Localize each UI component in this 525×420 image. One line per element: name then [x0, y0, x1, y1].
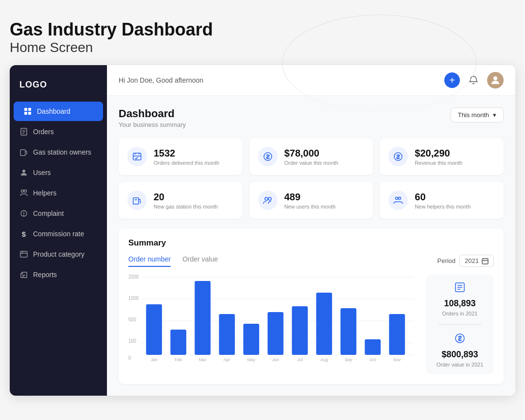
svg-text:500: 500: [128, 317, 137, 322]
stat-value: 1532: [154, 148, 219, 159]
svg-rect-38: [171, 330, 187, 355]
tab-buttons: Order number Order value: [128, 255, 218, 267]
svg-rect-18: [133, 153, 141, 160]
sidebar-item-dashboard[interactable]: Dashboard: [14, 102, 103, 121]
tab-order-number[interactable]: Order number: [128, 255, 171, 267]
chart-side-order-value: $800,893 Order value in 2021: [433, 332, 487, 368]
svg-rect-46: [365, 339, 381, 355]
sidebar-label-complaint: Complaint: [33, 210, 64, 217]
svg-text:May: May: [247, 357, 256, 362]
stat-value: 20: [154, 192, 218, 203]
sidebar-item-helpers[interactable]: Helpers: [10, 183, 107, 203]
stat-card-new-users: 489 New users this month: [249, 182, 373, 219]
helpers-icon: [19, 189, 28, 197]
order-value-2021-label: Order value in 2021: [437, 362, 484, 368]
orders-delivered-icon: [127, 147, 147, 166]
sidebar-item-users[interactable]: Users: [10, 163, 107, 182]
orders-icon: [19, 127, 28, 136]
dashboard-icon: [23, 107, 32, 116]
stat-label: Order value this month: [284, 160, 338, 166]
chart-side-stats: 108,893 Orders in 2021 $800,8: [426, 275, 494, 374]
stat-value: $20,290: [415, 148, 462, 159]
sidebar-item-complaint[interactable]: Complaint: [10, 204, 107, 223]
stat-card-new-gas-stations: 20 New gas station this month: [119, 182, 243, 219]
svg-text:Apr: Apr: [224, 357, 230, 362]
sidebar-label-helpers: Helpers: [33, 189, 56, 197]
period-year[interactable]: 2021: [459, 255, 494, 267]
chart-area: 2000 1000 500 100 0: [128, 275, 494, 374]
app-container: LOGO Dashboard: [10, 65, 515, 396]
sidebar-label-gas-station-owners: Gas station owners: [33, 148, 91, 156]
sidebar-label-reports: Reports: [33, 271, 57, 279]
topbar: Hi Jon Doe, Good afternoon +: [107, 65, 515, 96]
summary-tabs: Order number Order value Period 2021: [128, 255, 494, 267]
svg-text:Sep: Sep: [345, 357, 352, 362]
new-users-icon: [258, 191, 278, 210]
sidebar-item-commission-rate[interactable]: $ Commission rate: [10, 224, 107, 244]
order-value-2021-value: $800,893: [441, 350, 478, 360]
svg-text:1000: 1000: [128, 296, 139, 301]
stat-cards: 1532 Orders delivered this month $78,000…: [119, 138, 504, 219]
stat-label: New users this month: [284, 204, 336, 210]
svg-rect-40: [219, 314, 235, 355]
sidebar-item-reports[interactable]: Reports: [10, 265, 107, 284]
stat-info: $78,000 Order value this month: [284, 148, 338, 166]
svg-text:Mar: Mar: [199, 357, 206, 362]
sidebar-item-product-category[interactable]: Product category: [10, 245, 107, 264]
svg-rect-3: [28, 112, 31, 115]
svg-point-17: [493, 76, 497, 80]
chart-main: 2000 1000 500 100 0: [128, 275, 418, 374]
stat-label: New helpers this month: [415, 204, 471, 210]
svg-rect-45: [340, 308, 356, 355]
stat-value: 60: [415, 192, 471, 203]
svg-rect-14: [20, 251, 27, 257]
order-value-icon: [258, 147, 278, 166]
svg-point-9: [22, 170, 25, 173]
year-value: 2021: [465, 257, 479, 264]
period-text: Period: [438, 257, 456, 264]
sidebar-label-commission-rate: Commission rate: [33, 230, 84, 238]
svg-rect-21: [133, 198, 139, 204]
stat-value: $78,000: [284, 148, 338, 159]
svg-text:Jul: Jul: [297, 357, 302, 362]
svg-text:Oct: Oct: [369, 357, 376, 362]
svg-rect-2: [24, 112, 27, 115]
period-area: Period 2021: [438, 255, 494, 267]
svg-rect-1: [28, 108, 31, 111]
chart-side-orders: 108,893 Orders in 2021: [433, 281, 487, 316]
svg-point-23: [268, 197, 271, 200]
summary-section: Summary Order number Order value Period …: [119, 228, 504, 384]
svg-text:100: 100: [128, 338, 137, 344]
orders-2021-value: 108,893: [444, 298, 475, 309]
svg-rect-0: [24, 108, 27, 111]
chart-side-value-icon: [454, 332, 466, 347]
period-select[interactable]: This month ▾: [451, 107, 504, 122]
svg-rect-37: [146, 304, 162, 355]
dashboard-subtitle: Your business summary: [119, 121, 186, 128]
tab-order-value[interactable]: Order value: [182, 255, 218, 267]
svg-rect-39: [195, 281, 211, 355]
page-title: Gas Industry Dashboard: [10, 19, 515, 40]
svg-rect-26: [482, 259, 488, 264]
svg-text:Nov: Nov: [393, 357, 401, 362]
add-button[interactable]: +: [444, 72, 460, 88]
revenue-icon: [388, 147, 408, 166]
sidebar-item-gas-station-owners[interactable]: Gas station owners: [10, 142, 107, 162]
stat-info: 489 New users this month: [284, 192, 336, 210]
dashboard-content: Dashboard Your business summary This mon…: [107, 96, 515, 396]
svg-rect-8: [20, 150, 25, 156]
sidebar-item-orders[interactable]: Orders: [10, 122, 107, 141]
stat-info: 1532 Orders delivered this month: [154, 148, 219, 166]
sidebar-label-product-category: Product category: [33, 250, 85, 258]
svg-rect-41: [243, 324, 259, 355]
user-avatar[interactable]: [487, 72, 504, 88]
svg-point-11: [24, 190, 27, 192]
period-chevron-icon: ▾: [493, 111, 496, 119]
stat-card-new-helpers: 60 New helpers this month: [380, 182, 504, 219]
svg-point-10: [21, 190, 24, 192]
sidebar-logo: LOGO: [10, 75, 107, 102]
notification-button[interactable]: [466, 72, 481, 88]
page-subtitle: Home Screen: [10, 40, 515, 55]
topbar-actions: +: [444, 72, 504, 88]
greeting-text: Hi Jon Doe, Good afternoon: [119, 76, 203, 84]
